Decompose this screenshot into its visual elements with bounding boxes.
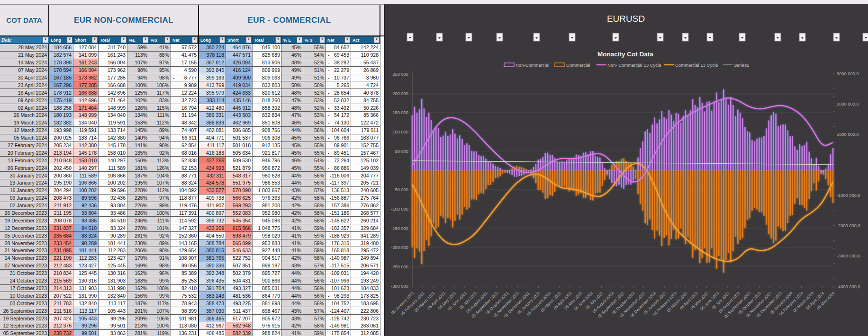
table-cell: -104 752 — [326, 300, 351, 307]
filter-dropdown-icon[interactable]: ▼ — [192, 37, 198, 43]
table-cell: 101 441 — [73, 247, 99, 255]
table-row: 28 November 2023233 45490 289101 441230%… — [0, 239, 384, 247]
table-cell: 952 980 — [253, 210, 282, 217]
table-cell: 03 October 2023 — [0, 300, 49, 307]
table-cell: 101 981 — [171, 315, 199, 322]
left-axis-label: -150 000 — [391, 226, 408, 231]
table-cell: 110 928 — [351, 52, 380, 59]
table-cell: 58% — [303, 210, 326, 217]
table-cell: -156 887 — [326, 195, 351, 202]
table-cell: 90 289 — [99, 232, 127, 239]
filter-dropdown-button[interactable] — [569, 33, 575, 41]
table-cell: 905 672 — [253, 315, 282, 322]
table-row: 05 December 2023235 68483 32490 289261%9… — [0, 232, 384, 239]
table-cell: -165 818 — [326, 247, 351, 255]
table-row: 10 October 2023207 522131 990132 840156%… — [0, 292, 384, 300]
table-cell: 406 485 — [199, 330, 226, 336]
table-cell: 12 December 2023 — [0, 224, 49, 232]
filter-dropdown-button[interactable] — [436, 33, 443, 41]
filter-dropdown-icon[interactable]: ▼ — [297, 37, 302, 43]
table-cell: 99% — [149, 292, 171, 300]
filter-dropdown-button[interactable] — [739, 33, 745, 41]
table-cell: 927 448 — [253, 247, 282, 255]
table-cell: 50% — [282, 81, 303, 89]
table-cell: 434 993 — [199, 164, 226, 172]
filter-dropdown-icon[interactable]: ▼ — [121, 37, 127, 43]
filter-dropdown-button[interactable] — [799, 33, 805, 41]
table-cell: 142 696 — [73, 97, 99, 104]
table-cell: 12 224 — [171, 89, 199, 97]
filter-dropdown-icon[interactable]: ▼ — [219, 37, 225, 43]
filter-dropdown-icon[interactable]: ▼ — [344, 37, 350, 43]
table-cell: 28 November 2023 — [0, 239, 49, 247]
table-cell: 100 202 — [73, 187, 99, 195]
table-cell: 212 376 — [49, 322, 73, 330]
table-cell: 388 839 — [199, 119, 226, 127]
table-cell: 149 039 — [351, 164, 380, 172]
table-cell: 809 063 — [253, 74, 282, 82]
table-cell: -151 186 — [326, 210, 351, 217]
table-cell: 462 969 — [226, 119, 253, 127]
table-cell: 904 517 — [253, 255, 282, 262]
filter-dropdown-icon[interactable]: ▼ — [43, 37, 48, 43]
right-axis-label: 3000 000,0 — [837, 71, 859, 76]
table-cell: 93 804 — [99, 202, 127, 210]
table-row: 09 April 2024175 419142 696171 464102%83… — [0, 97, 384, 104]
table-cell: 388 473 — [199, 300, 226, 307]
table-cell: 569 293 — [226, 202, 253, 210]
table-cell: 207 424 — [49, 315, 73, 322]
table-cell: 40 878 — [351, 89, 380, 97]
filter-dropdown-button[interactable] — [775, 33, 781, 41]
table-cell: 111 589 — [73, 172, 99, 179]
filter-dropdown-icon[interactable]: ▼ — [143, 37, 148, 43]
table-row: 26 December 2023211 19593 80493 486226%1… — [0, 210, 384, 217]
filter-dropdown-icon[interactable]: ▼ — [275, 37, 281, 43]
table-cell: 162% — [127, 285, 149, 292]
table-cell: 167 296 — [49, 81, 73, 89]
table-cell: -22 279 — [326, 67, 351, 74]
filter-dropdown-icon[interactable]: ▼ — [164, 37, 170, 43]
left-axis-label: - — [407, 168, 408, 173]
table-cell: 213% — [127, 322, 149, 330]
table-cell: 156% — [127, 292, 149, 300]
table-cell: 46% — [282, 119, 303, 127]
filter-dropdown-button[interactable] — [407, 33, 413, 41]
table-cell: 45% — [282, 142, 303, 150]
filter-dropdown-button[interactable] — [613, 33, 619, 41]
table-cell: 43% — [282, 307, 303, 315]
filter-dropdown-icon[interactable]: ▼ — [374, 37, 380, 43]
table-cell: 101% — [149, 224, 171, 232]
table-cell: 411 117 — [199, 142, 226, 150]
table-cell: 546 633 — [226, 247, 253, 255]
filter-dropdown-icon[interactable]: ▼ — [92, 37, 98, 43]
filter-dropdown-button[interactable] — [533, 33, 540, 41]
table-cell: 142 380 — [99, 134, 127, 142]
filter-dropdown-icon[interactable]: ▼ — [319, 37, 325, 43]
filter-dropdown-button[interactable] — [682, 33, 688, 41]
table-cell: 161 243 — [99, 52, 127, 59]
table-cell: 20 February 2024 — [0, 149, 49, 157]
filter-dropdown-button[interactable] — [466, 33, 472, 41]
filter-dropdown-button[interactable] — [833, 33, 840, 41]
filter-dropdown-icon[interactable]: ▼ — [246, 37, 252, 43]
filter-dropdown-button[interactable] — [707, 33, 713, 41]
filter-dropdown-button[interactable] — [863, 33, 868, 41]
table-cell: 214 313 — [49, 285, 73, 292]
cot-chart[interactable]: EURUSDMonacity Cot DataNon-CommercialCom… — [385, 4, 868, 336]
filter-dropdown-icon[interactable]: ▼ — [67, 37, 72, 43]
table-cell: 281% — [127, 330, 149, 336]
table-cell: 16 794 — [171, 104, 199, 112]
table-cell: 59% — [303, 330, 326, 336]
table-cell: -89 901 — [326, 142, 351, 150]
table-cell: 435 146 — [226, 97, 253, 104]
table-cell: 275 764 — [351, 195, 380, 202]
table-cell: 380 815 — [199, 247, 226, 255]
table-cell: 187% — [127, 172, 149, 179]
table-cell: 112% — [149, 187, 171, 195]
table-cell: 975 915 — [253, 322, 282, 330]
filter-dropdown-button[interactable] — [657, 33, 663, 41]
table-cell: 818 260 — [253, 97, 282, 104]
table-cell: 150% — [127, 157, 149, 164]
table-cell: 54% — [303, 119, 326, 127]
filter-dropdown-button[interactable] — [497, 33, 503, 41]
